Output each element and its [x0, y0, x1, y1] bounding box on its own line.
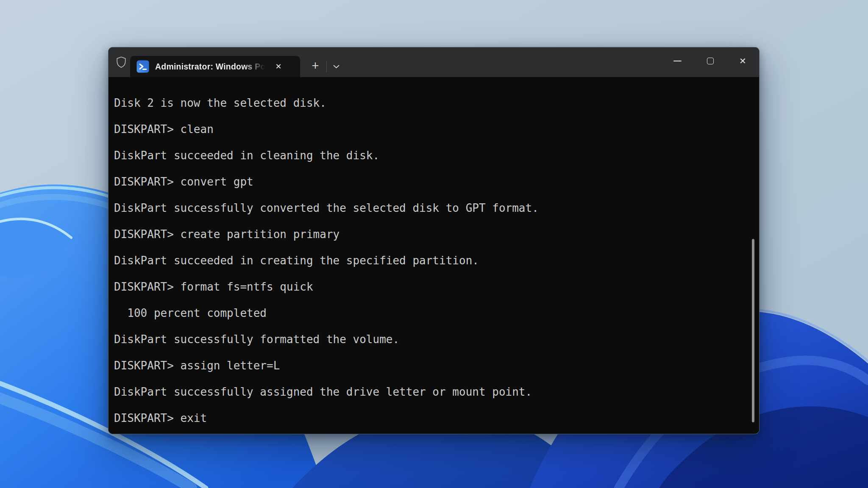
- powershell-icon: [136, 60, 149, 73]
- caption-controls: ✕: [661, 47, 759, 77]
- chevron-down-icon: [333, 65, 339, 69]
- tab-title: Administrator: Windows PowerShell: [155, 62, 266, 72]
- terminal-window: Administrator: Windows PowerShell ✕ + ✕ …: [108, 47, 760, 434]
- titlebar-divider: [326, 61, 327, 72]
- terminal-output: Disk 2 is now the selected disk. DISKPAR…: [114, 77, 539, 425]
- minimize-icon: [673, 61, 682, 61]
- terminal-viewport[interactable]: Disk 2 is now the selected disk. DISKPAR…: [108, 77, 759, 434]
- tab-dropdown-button[interactable]: [328, 58, 344, 75]
- maximize-button[interactable]: [694, 47, 726, 75]
- minimize-button[interactable]: [661, 47, 694, 75]
- new-tab-button[interactable]: +: [306, 58, 325, 75]
- tab-close-button[interactable]: ✕: [271, 59, 286, 74]
- titlebar[interactable]: Administrator: Windows PowerShell ✕ + ✕: [108, 47, 759, 77]
- close-button[interactable]: ✕: [726, 47, 759, 75]
- tab-administrator-powershell[interactable]: Administrator: Windows PowerShell ✕: [130, 56, 300, 77]
- admin-shield-icon: [115, 55, 128, 69]
- close-icon: ✕: [739, 56, 746, 66]
- maximize-icon: [707, 58, 714, 64]
- scrollbar-thumb[interactable]: [752, 239, 754, 422]
